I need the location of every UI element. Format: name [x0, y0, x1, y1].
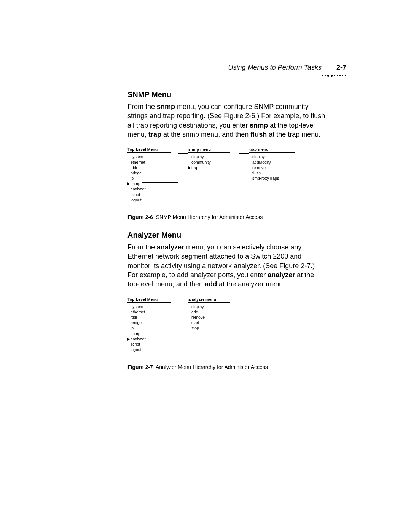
connector-line	[200, 166, 239, 166]
menu-col-snmp: snmp menu display community trap	[188, 147, 230, 170]
decorative-dots	[320, 70, 347, 77]
menu-item: addModify	[249, 160, 295, 165]
col-header: trap menu	[249, 147, 295, 152]
menu-item: script	[127, 342, 171, 347]
page: Using Menus to Perform Tasks 2-7 SNMP Me…	[0, 0, 411, 532]
menu-item: display	[249, 154, 295, 159]
heading-snmp-menu: SNMP Menu	[127, 89, 325, 100]
connector-line	[239, 153, 239, 166]
connector-line	[239, 153, 249, 154]
figure-2-7: Top-Level Menu system ethernet fddi brid…	[127, 297, 325, 358]
menu-item: smtProxyTraps	[249, 176, 295, 181]
connector-line	[178, 153, 178, 183]
menu-item: stop	[188, 325, 230, 331]
menu-item: system	[127, 304, 171, 309]
col-header: Top-Level Menu	[127, 147, 171, 152]
para-snmp: From the snmp menu, you can configure SN…	[127, 102, 325, 139]
menu-item: display	[188, 154, 230, 159]
content-area: SNMP Menu From the snmp menu, you can co…	[127, 89, 325, 371]
menu-item: logout	[127, 347, 171, 352]
menu-item: script	[127, 192, 171, 197]
figure-caption: Figure 2-7 Analyzer Menu Hierarchy for A…	[127, 364, 325, 371]
connector-line	[142, 182, 178, 183]
menu-col-top-level: Top-Level Menu system ethernet fddi brid…	[127, 147, 171, 203]
menu-col-trap: trap menu display addModify remove flush…	[249, 147, 295, 181]
menu-item: system	[127, 154, 171, 159]
menu-item-selected: trap	[188, 165, 230, 170]
menu-item: fddi	[127, 165, 171, 170]
running-header: Using Menus to Perform Tasks	[228, 63, 322, 72]
menu-item: remove	[249, 165, 295, 170]
figure-caption: Figure 2-6 SNMP Menu Hierarchy for Admin…	[127, 214, 325, 221]
connector-line	[178, 304, 178, 338]
menu-item: ethernet	[127, 309, 171, 315]
menu-item: ip	[127, 325, 171, 331]
menu-item-selected: analyzer	[127, 336, 171, 342]
menu-item-selected: snmp	[127, 181, 171, 186]
menu-item: add	[188, 309, 230, 315]
menu-item: ip	[127, 176, 171, 181]
menu-item: community	[188, 160, 230, 165]
menu-item: bridge	[127, 170, 171, 176]
menu-col-analyzer: analyzer menu display add remove start s…	[188, 297, 230, 331]
para-analyzer: From the analyzer menu, you can selectiv…	[127, 243, 325, 289]
triangle-icon	[127, 182, 130, 185]
connector-line	[178, 304, 188, 304]
menu-item: display	[188, 304, 230, 309]
menu-item: ethernet	[127, 160, 171, 165]
menu-item: bridge	[127, 320, 171, 325]
connector-line	[147, 338, 178, 338]
menu-item: snmp	[127, 331, 171, 336]
menu-col-top-level: Top-Level Menu system ethernet fddi brid…	[127, 297, 171, 353]
menu-item: remove	[188, 315, 230, 320]
col-header: snmp menu	[188, 147, 230, 152]
triangle-icon	[127, 338, 130, 341]
col-header: analyzer menu	[188, 297, 230, 302]
menu-item: analyzer	[127, 186, 171, 192]
menu-item: fddi	[127, 315, 171, 320]
heading-analyzer-menu: Analyzer Menu	[127, 230, 325, 240]
menu-item: flush	[249, 170, 295, 176]
menu-item: start	[188, 320, 230, 325]
connector-line	[178, 153, 188, 154]
figure-2-6: Top-Level Menu system ethernet fddi brid…	[127, 147, 325, 208]
triangle-icon	[188, 166, 191, 169]
col-header: Top-Level Menu	[127, 297, 171, 302]
menu-item: logout	[127, 197, 171, 203]
